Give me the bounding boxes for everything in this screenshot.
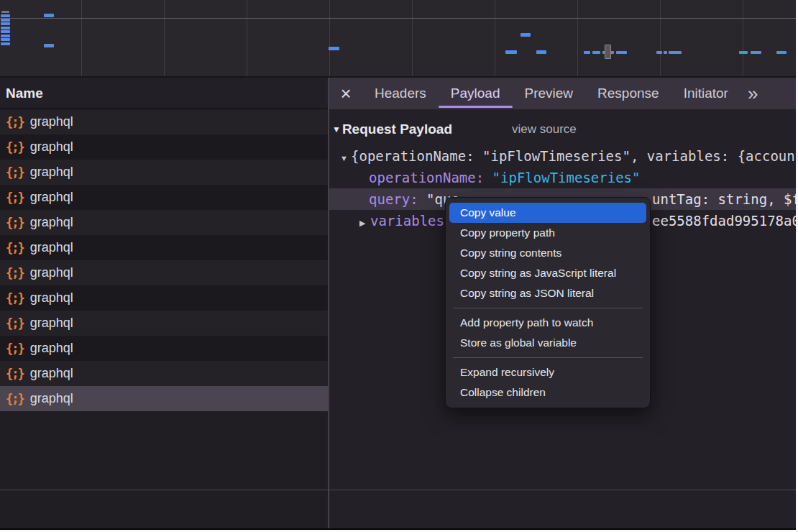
json-braces-icon: {;} (6, 165, 24, 180)
overview-request-bar (1, 27, 10, 29)
overview-request-bar (656, 51, 662, 54)
overview-request-bar (592, 51, 600, 54)
request-name: graphql (30, 215, 73, 230)
more-tabs-icon[interactable]: » (740, 78, 765, 109)
menu-item-copy-string-as-json-literal[interactable]: Copy string as JSON literal (446, 283, 650, 303)
request-row[interactable]: {;}graphql (0, 361, 328, 386)
request-row[interactable]: {;}graphql (0, 311, 328, 336)
request-name: graphql (30, 139, 73, 155)
overview-request-bar (505, 50, 517, 54)
menu-item-store-as-global-variable[interactable]: Store as global variable (446, 333, 650, 353)
menu-item-collapse-children[interactable]: Collapse children (446, 382, 650, 403)
expander-right-icon[interactable]: ▶ (359, 212, 370, 231)
query-value-tail: untTag: string, $f (652, 188, 796, 210)
json-braces-icon: {;} (6, 341, 24, 356)
json-braces-icon: {;} (6, 392, 24, 406)
json-braces-icon: {;} (6, 291, 24, 306)
overview-selection-marker (605, 45, 611, 59)
overview-request-bar (520, 33, 531, 37)
request-name: graphql (30, 114, 73, 129)
overview-gridline (495, 0, 495, 76)
tab-initiator[interactable]: Initiator (671, 78, 740, 109)
overview-bar-muted (1, 11, 9, 13)
menu-separator (453, 357, 643, 358)
bottom-rule (0, 490, 796, 490)
json-braces-icon: {;} (6, 266, 24, 280)
menu-item-add-property-path-to-watch[interactable]: Add property path to watch (446, 313, 650, 333)
overview-gridline (329, 0, 330, 76)
overview-gridline (577, 0, 578, 76)
menu-item-copy-property-path[interactable]: Copy property path (446, 223, 650, 243)
view-source-link[interactable]: view source (512, 122, 577, 137)
request-name: graphql (30, 366, 73, 381)
overview-request-bar (536, 50, 546, 54)
property-value: "ipFlowTimeseries" (492, 170, 641, 185)
close-icon[interactable]: × (329, 78, 362, 109)
details-tabs: HeadersPayloadPreviewResponseInitiator (362, 78, 740, 109)
overview-request-bar (669, 51, 682, 54)
tab-payload[interactable]: Payload (439, 78, 513, 109)
tab-headers[interactable]: Headers (362, 78, 439, 109)
payload-row-root[interactable]: ▼{operationName: "ipFlowTimeseries", var… (329, 145, 796, 167)
panel-divider[interactable] (328, 78, 329, 528)
request-name: graphql (30, 290, 73, 306)
request-row[interactable]: {;}graphql (0, 109, 328, 134)
request-row[interactable]: {;}graphql (0, 160, 328, 185)
json-braces-icon: {;} (6, 216, 24, 230)
request-row[interactable]: {;}graphql (0, 134, 328, 160)
json-braces-icon: {;} (6, 191, 24, 205)
devtools-window: Name × HeadersPayloadPreviewResponseInit… (0, 0, 796, 530)
overview-request-bar (1, 14, 10, 17)
tab-preview[interactable]: Preview (513, 78, 586, 109)
overview-lane-divider (0, 18, 796, 19)
overview-request-bar (44, 44, 54, 47)
menu-item-expand-recursively[interactable]: Expand recursively (446, 362, 650, 382)
expander-down-icon[interactable]: ▼ (340, 147, 351, 167)
section-collapse-icon[interactable]: ▼ (332, 124, 341, 134)
request-name: graphql (30, 265, 73, 280)
json-braces-icon: {;} (6, 367, 24, 381)
property-key: operationName: (369, 170, 492, 185)
request-row[interactable]: {;}graphql (0, 210, 328, 235)
request-row[interactable]: {;}graphql (0, 235, 328, 260)
request-row[interactable]: {;}graphql (0, 386, 328, 411)
request-row[interactable]: {;}graphql (0, 285, 328, 311)
request-row[interactable]: {;}graphql (0, 260, 328, 285)
request-name: graphql (30, 316, 73, 331)
menu-separator (453, 308, 643, 308)
overview-request-bar (1, 22, 10, 25)
overview-request-bar (329, 47, 339, 50)
request-row[interactable]: {;}graphql (0, 185, 328, 210)
overview-request-bar (751, 51, 761, 54)
request-list: {;}graphql{;}graphql{;}graphql{;}graphql… (0, 109, 328, 528)
request-row[interactable]: {;}graphql (0, 336, 328, 361)
overview-gridline (247, 0, 247, 76)
overview-request-bar (616, 51, 627, 54)
overview-request-bar (44, 14, 54, 17)
menu-item-copy-value[interactable]: Copy value (449, 203, 646, 223)
variables-value-tail: ee5588fdad995178a0 (652, 210, 796, 231)
json-braces-icon: {;} (6, 115, 24, 129)
request-list-header: Name (0, 78, 328, 109)
overview-request-bar (1, 19, 10, 22)
property-key: query: (369, 191, 426, 207)
request-name: graphql (30, 240, 73, 255)
overview-request-bar (739, 51, 748, 54)
overview-gridline (743, 0, 743, 76)
network-overview[interactable] (0, 0, 796, 78)
json-braces-icon: {;} (6, 316, 24, 331)
menu-item-copy-string-contents[interactable]: Copy string contents (446, 243, 650, 263)
menu-item-copy-string-as-javascript-literal[interactable]: Copy string as JavaScript literal (446, 263, 650, 283)
payload-row-operation-name[interactable]: operationName: "ipFlowTimeseries" (329, 167, 796, 188)
overview-request-bar (776, 51, 786, 54)
request-name: graphql (30, 391, 73, 406)
overview-gridline (660, 0, 661, 76)
name-column-header: Name (6, 86, 43, 101)
overview-request-bar (1, 42, 10, 45)
context-menu: Copy valueCopy property pathCopy string … (445, 197, 651, 408)
overview-gridline (412, 0, 413, 76)
tab-response[interactable]: Response (585, 78, 671, 109)
overview-request-bar (1, 38, 10, 41)
overview-gridline (164, 0, 165, 76)
request-name: graphql (30, 165, 73, 180)
